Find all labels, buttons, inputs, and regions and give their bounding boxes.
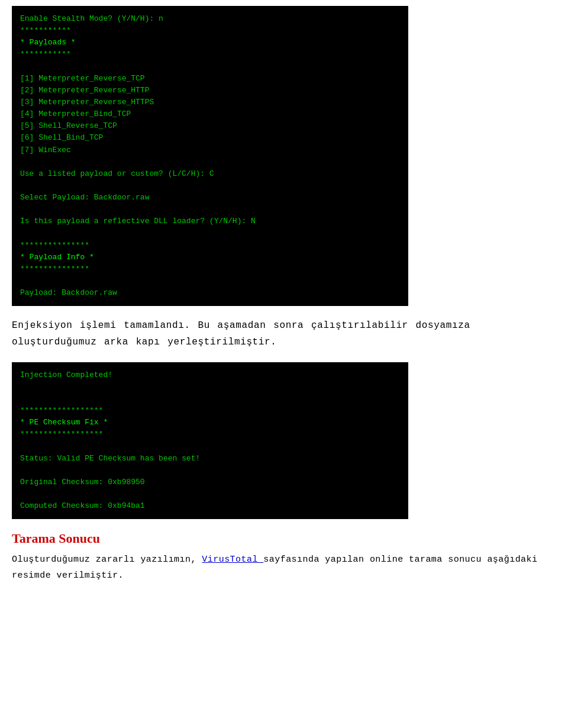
terminal-line: Use a listed payload or custom? (L/C/H):… [20,168,400,180]
terminal-line [20,228,400,240]
terminal-line: Computed Checksum: 0xb94ba1 [20,500,400,512]
terminal-line: *********** [20,25,400,37]
terminal-line: [7] WinExec [20,144,400,156]
terminal-line: [6] Shell_Bind_TCP [20,132,400,144]
terminal-line [20,441,400,453]
terminal-line: Is this payload a reflective DLL loader?… [20,215,400,227]
terminal-line: * PE Checksum Fix * [20,417,400,429]
terminal-line [20,275,400,287]
terminal-line [20,204,400,215]
terminal-line: Original Checksum: 0xb98950 [20,476,400,488]
terminal-line [20,381,400,393]
terminal-line: [1] Meterpreter_Reverse_TCP [20,73,400,85]
terminal-line [20,465,400,476]
terminal-block-2: Injection Completed! *******************… [12,362,408,520]
terminal-line: [5] Shell_Reverse_TCP [20,120,400,132]
terminal-line: *********** [20,49,400,60]
terminal-line: * Payload Info * [20,252,400,263]
terminal-line [20,488,400,500]
terminal-line [20,156,400,168]
terminal-line: Injection Completed! [20,369,400,381]
virustotal-link[interactable]: VirusTotal [202,555,263,565]
terminal-line: * Payloads * [20,37,400,49]
terminal-line: Enable Stealth Mode? (Y/N/H): n [20,13,400,25]
section-heading-tarama: Tarama Sonucu [12,531,556,546]
terminal-line: *************** [20,263,400,275]
prose-paragraph-1: Enjeksiyon işlemi tamamlandı. Bu aşamada… [12,318,544,350]
terminal-line: Payload: Backdoor.raw [20,287,400,299]
terminal-line: [2] Meterpreter_Reverse_HTTP [20,85,400,96]
terminal-line: Status: Valid PE Checksum has been set! [20,453,400,465]
terminal-line: Select Payload: Backdoor.raw [20,192,400,204]
terminal-line [20,393,400,405]
terminal-block-1: Enable Stealth Mode? (Y/N/H): n*********… [12,6,408,306]
terminal-line: *************** [20,240,400,252]
terminal-line [20,180,400,192]
terminal-line: [4] Meterpreter_Bind_TCP [20,108,400,120]
terminal-line: ****************** [20,429,400,440]
prose2-text-before-link: Oluşturduğumuz zararlı yazılımın, [12,555,202,565]
prose-paragraph-2: Oluşturduğumuz zararlı yazılımın, VirusT… [12,552,556,584]
terminal-line [20,61,400,73]
terminal-line: [3] Meterpreter_Reverse_HTTPS [20,96,400,108]
terminal-line: ****************** [20,405,400,417]
